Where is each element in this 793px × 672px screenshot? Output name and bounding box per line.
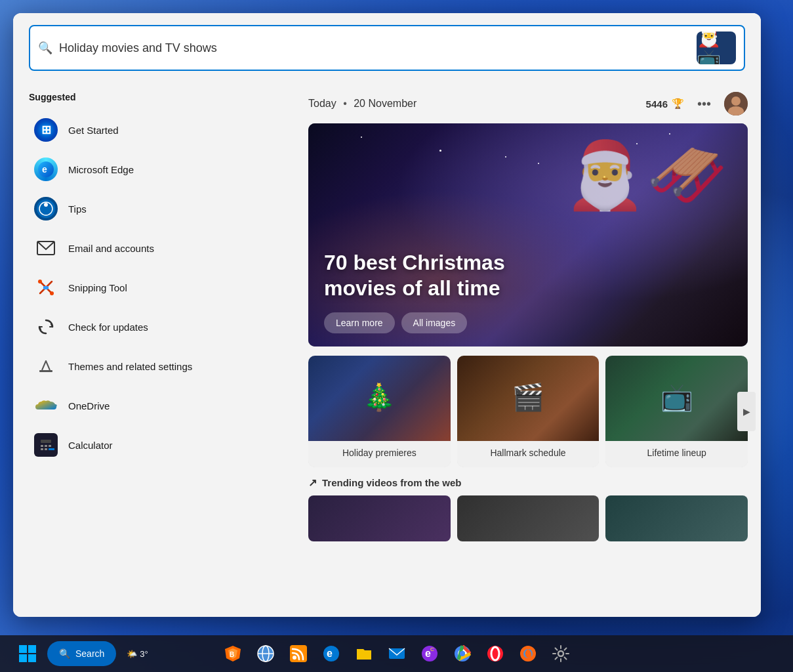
sidebar-item-email-accounts[interactable]: Email and accounts (29, 228, 279, 268)
thumb-card-hallmark[interactable]: Hallmark schedule (457, 356, 600, 467)
hero-buttons: Learn more All images (324, 312, 467, 333)
all-images-button[interactable]: All images (401, 312, 468, 333)
search-icon: 🔍 (38, 41, 52, 55)
edge-icon: e (34, 158, 58, 181)
hero-card[interactable]: 🎅🛷 70 best Christmas movies of all time … (308, 123, 748, 346)
suggestion-label-email: Email and accounts (68, 243, 154, 254)
sidebar-item-themes[interactable]: Themes and related settings (29, 346, 279, 386)
thumb-label-1: Holiday premieres (308, 441, 451, 467)
sidebar-item-check-updates[interactable]: Check for updates (29, 307, 279, 346)
taskbar-center-icons: B e (218, 639, 575, 668)
suggestion-label-edge: Microsoft Edge (68, 164, 134, 175)
search-taskbar-label: Search (75, 648, 104, 659)
taskbar-file-explorer-icon[interactable] (350, 639, 378, 668)
trophy-icon: 🏆 (672, 98, 684, 110)
hero-text: 70 best Christmas movies of all time (324, 250, 573, 301)
suggestion-label-get-started: Get Started (68, 125, 119, 136)
more-options-button[interactable]: ••• (692, 94, 716, 114)
svg-point-8 (38, 280, 42, 284)
suggestion-label-tips: Tips (68, 203, 87, 215)
taskbar-mail-icon[interactable] (382, 639, 411, 668)
svg-text:e: e (42, 164, 47, 175)
trending-thumb-1[interactable] (308, 495, 451, 541)
weather-icon: 🌤️ (127, 649, 137, 659)
windows-start-button[interactable] (13, 639, 42, 668)
taskbar-brave-icon[interactable]: B (218, 639, 247, 668)
snipping-icon (34, 276, 58, 299)
search-input-wrapper: 🔍 🎅📺 (29, 25, 745, 71)
sidebar-item-get-started[interactable]: ⊞ Get Started (29, 110, 279, 150)
points-badge: 5446 🏆 (646, 98, 684, 110)
taskbar-edge-icon[interactable]: e (317, 639, 346, 668)
svg-point-35 (293, 656, 296, 660)
suggested-label: Suggested (29, 92, 279, 102)
next-arrow-button[interactable]: ▶ (737, 392, 756, 431)
suggestion-label-themes: Themes and related settings (68, 361, 192, 372)
left-panel: Suggested ⊞ Get Started (13, 81, 295, 617)
trending-label: Trending videos from the web (322, 477, 462, 488)
thumbnail-row: Holiday premieres Hallmark schedule Life… (308, 356, 748, 467)
email-icon (34, 236, 58, 260)
learn-more-button[interactable]: Learn more (324, 312, 395, 333)
sidebar-item-tips[interactable]: Tips (29, 189, 279, 228)
weather-widget[interactable]: 🌤️ 3° (121, 646, 153, 662)
svg-rect-24 (28, 645, 36, 653)
taskbar: 🔍 Search 🌤️ 3° B (0, 635, 793, 672)
search-taskbar-icon: 🔍 (59, 648, 70, 659)
trending-thumbs (308, 495, 748, 541)
svg-point-4 (44, 203, 48, 207)
points-value: 5446 (646, 98, 668, 110)
date-dot: • (343, 98, 347, 109)
search-taskbar-button[interactable]: 🔍 Search (47, 641, 116, 666)
user-avatar[interactable] (724, 92, 748, 116)
thumb-card-lifetime[interactable]: Lifetime lineup (605, 356, 748, 467)
themes-icon (34, 354, 58, 378)
taskbar-settings-icon[interactable] (546, 639, 575, 668)
svg-text:C: C (430, 646, 434, 652)
sidebar-item-microsoft-edge[interactable]: e Microsoft Edge (29, 150, 279, 189)
taskbar-rss-icon[interactable] (284, 639, 313, 668)
suggestion-label-onedrive: OneDrive (68, 400, 110, 411)
svg-text:e: e (327, 648, 333, 659)
trending-header: ↗ Trending videos from the web (308, 476, 748, 489)
right-panel: Today • 20 November 5446 🏆 ••• (295, 81, 761, 617)
main-content: Suggested ⊞ Get Started (13, 81, 761, 617)
svg-rect-23 (19, 645, 27, 653)
trending-arrow-icon: ↗ (308, 476, 317, 489)
onedrive-icon (34, 394, 58, 417)
date-value: 20 November (354, 98, 417, 109)
svg-rect-16 (49, 445, 51, 447)
right-top-bar: Today • 20 November 5446 🏆 ••• (308, 92, 748, 116)
search-input[interactable] (59, 41, 690, 55)
taskbar-chrome-icon[interactable] (448, 639, 477, 668)
sidebar-item-onedrive[interactable]: OneDrive (29, 386, 279, 425)
update-icon (34, 315, 58, 339)
svg-rect-18 (45, 448, 47, 450)
svg-rect-11 (39, 370, 52, 372)
thumb-img-1 (308, 356, 451, 441)
svg-rect-15 (45, 445, 47, 447)
sidebar-item-calculator[interactable]: Calculator (29, 425, 279, 465)
taskbar-firefox-icon[interactable] (514, 639, 542, 668)
taskbar-edge-canary-icon[interactable]: e C (415, 639, 444, 668)
taskbar-opera-icon[interactable] (481, 639, 510, 668)
trending-thumb-3[interactable] (605, 495, 748, 541)
svg-point-21 (731, 96, 741, 106)
thumb-img-2 (457, 356, 600, 441)
hero-title: 70 best Christmas movies of all time (324, 250, 573, 301)
svg-point-9 (50, 291, 54, 295)
svg-rect-13 (41, 440, 51, 443)
taskbar-mozilla-vpn-icon[interactable] (251, 639, 280, 668)
thumb-card-holiday-premieres[interactable]: Holiday premieres (308, 356, 451, 467)
svg-text:B: B (230, 651, 234, 658)
search-bar-area: 🔍 🎅📺 (13, 13, 761, 81)
weather-temp: 3° (140, 649, 148, 659)
sidebar-item-snipping-tool[interactable]: Snipping Tool (29, 268, 279, 307)
svg-rect-19 (49, 448, 54, 450)
app-icon-emoji: 🎅📺 (697, 32, 736, 64)
suggestion-label-updates: Check for updates (68, 322, 148, 333)
svg-rect-10 (43, 286, 49, 289)
calculator-icon (34, 433, 58, 457)
trending-thumb-2[interactable] (457, 495, 600, 541)
suggestion-label-snipping: Snipping Tool (68, 282, 127, 293)
